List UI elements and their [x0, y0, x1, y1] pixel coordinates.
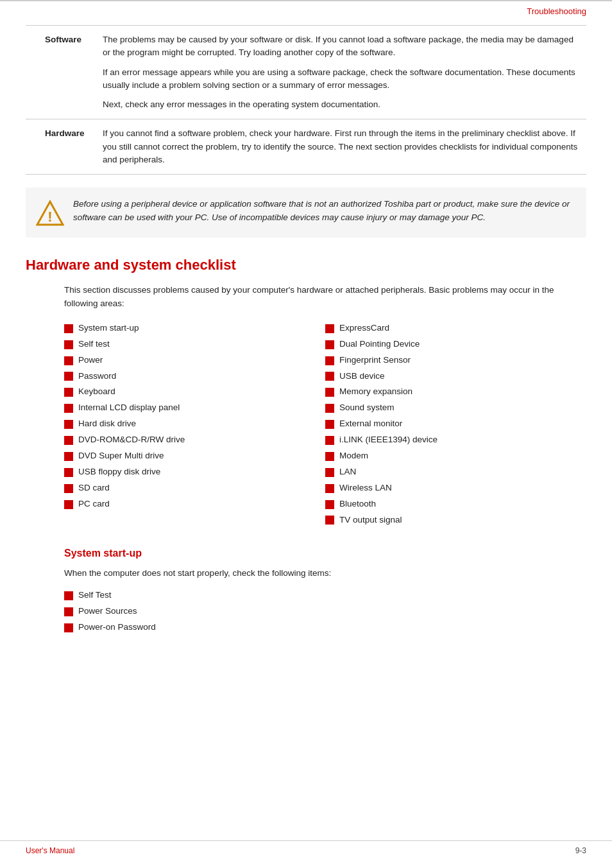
- list-item: Power Sources: [64, 605, 586, 618]
- bullet-icon: [64, 324, 73, 333]
- bullet-icon: [325, 324, 334, 333]
- software-para-2: If an error message appears while you ar…: [103, 66, 580, 92]
- bullet-icon: [325, 388, 334, 397]
- software-desc: The problems may be caused by your softw…: [96, 26, 586, 119]
- page-footer: User's Manual 9-3: [0, 840, 612, 855]
- software-para-3: Next, check any error messages in the op…: [103, 98, 580, 111]
- hardware-checklist-list: System start-up Self test Power Password…: [26, 322, 586, 530]
- list-item: Hard disk drive: [64, 418, 325, 430]
- list-item: Self test: [64, 338, 325, 351]
- hardware-para-1: If you cannot find a software problem, c…: [103, 127, 580, 166]
- list-item: USB device: [325, 370, 586, 383]
- content-area: Software The problems may be caused by y…: [0, 25, 612, 666]
- list-item: SD card: [64, 482, 325, 494]
- list-item: Keyboard: [64, 386, 325, 398]
- software-label: Software: [26, 26, 96, 119]
- list-item: Modem: [325, 450, 586, 462]
- hardware-label: Hardware: [26, 119, 96, 175]
- list-item: TV output signal: [325, 514, 586, 526]
- bullet-icon: [325, 500, 334, 509]
- page-header: Troubleshooting: [0, 0, 612, 19]
- software-para-1: The problems may be caused by your softw…: [103, 33, 580, 60]
- bullet-icon: [64, 372, 73, 381]
- bullet-icon: [64, 420, 73, 429]
- list-item: PC card: [64, 498, 325, 510]
- hardware-desc: If you cannot find a software problem, c…: [96, 119, 586, 175]
- bullet-icon: [325, 340, 334, 349]
- bullet-icon: [64, 404, 73, 413]
- list-item: Bluetooth: [325, 498, 586, 510]
- warning-box: ! Before using a peripheral device or ap…: [26, 187, 586, 238]
- list-item: ExpressCard: [325, 322, 586, 334]
- bullet-icon: [64, 484, 73, 493]
- bullet-icon: [325, 516, 334, 525]
- list-item: External monitor: [325, 418, 586, 430]
- hardware-checklist-intro: This section discusses problems caused b…: [26, 284, 586, 311]
- list-item: USB floppy disk drive: [64, 466, 325, 478]
- list-item: Password: [64, 370, 325, 383]
- list-item: Wireless LAN: [325, 482, 586, 494]
- list-col-2: ExpressCard Dual Pointing Device Fingerp…: [325, 322, 586, 530]
- list-item: Memory expansion: [325, 386, 586, 398]
- bullet-icon: [64, 388, 73, 397]
- list-item: LAN: [325, 466, 586, 478]
- page-container: Troubleshooting Software The problems ma…: [0, 0, 612, 868]
- hardware-checklist-heading: Hardware and system checklist: [26, 257, 586, 273]
- bullet-icon: [64, 340, 73, 349]
- bullet-icon: [325, 372, 334, 381]
- bullet-icon: [64, 607, 73, 616]
- bullet-icon: [64, 591, 73, 600]
- list-item: Sound system: [325, 402, 586, 414]
- bullet-icon: [325, 484, 334, 493]
- bullet-icon: [325, 356, 334, 365]
- list-item: Self Test: [64, 589, 586, 602]
- list-item: i.LINK (IEEE1394) device: [325, 434, 586, 446]
- bullet-icon: [64, 468, 73, 477]
- svg-text:!: !: [47, 209, 52, 225]
- list-item: Internal LCD display panel: [64, 402, 325, 414]
- list-item: DVD Super Multi drive: [64, 450, 325, 462]
- table-row-software: Software The problems may be caused by y…: [26, 26, 586, 119]
- bullet-icon: [325, 420, 334, 429]
- system-startup-heading: System start-up: [26, 548, 586, 559]
- bullet-icon: [325, 452, 334, 461]
- footer-page-number: 9-3: [575, 846, 586, 855]
- bullet-icon: [325, 436, 334, 445]
- warning-icon: !: [36, 199, 64, 227]
- list-item: DVD-ROM&CD-R/RW drive: [64, 434, 325, 446]
- bullet-icon: [325, 404, 334, 413]
- chapter-title: Troubleshooting: [527, 6, 586, 16]
- bullet-icon: [64, 356, 73, 365]
- system-startup-list: Self Test Power Sources Power-on Passwor…: [26, 589, 586, 634]
- bullet-icon: [64, 436, 73, 445]
- list-item: System start-up: [64, 322, 325, 334]
- system-startup-intro: When the computer does not start properl…: [26, 567, 586, 580]
- table-row-hardware: Hardware If you cannot find a software p…: [26, 119, 586, 175]
- list-item: Dual Pointing Device: [325, 338, 586, 351]
- bullet-icon: [64, 452, 73, 461]
- bullet-icon: [325, 468, 334, 477]
- bullet-icon: [64, 623, 73, 632]
- list-item: Fingerprint Sensor: [325, 354, 586, 367]
- bullet-icon: [64, 500, 73, 509]
- info-table: Software The problems may be caused by y…: [26, 25, 586, 175]
- list-item: Power: [64, 354, 325, 367]
- list-item: Power-on Password: [64, 621, 586, 634]
- list-col-1: System start-up Self test Power Password…: [64, 322, 325, 530]
- warning-text: Before using a peripheral device or appl…: [73, 198, 574, 225]
- footer-manual-label: User's Manual: [26, 846, 74, 855]
